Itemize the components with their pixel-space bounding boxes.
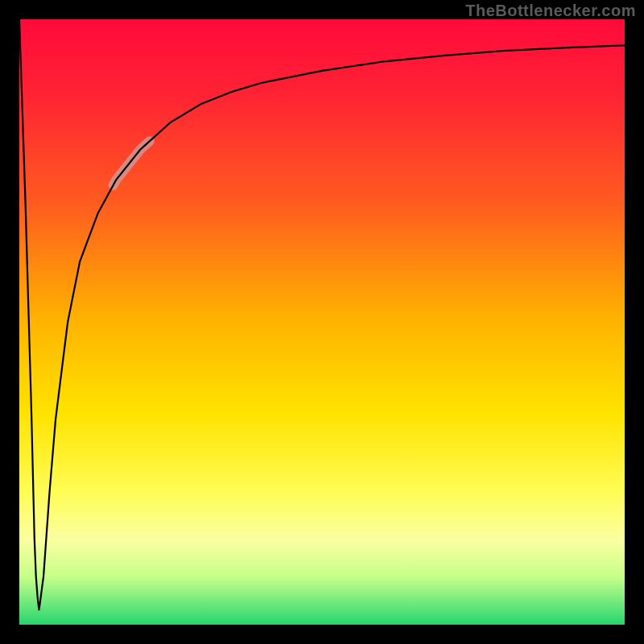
- curve-layer: [19, 19, 625, 625]
- plot-area: [19, 19, 625, 625]
- watermark: TheBottlenecker.com: [465, 2, 636, 20]
- chart-frame: TheBottlenecker.com: [0, 0, 644, 644]
- curve-highlight-segment: [114, 142, 150, 186]
- watermark-text: TheBottlenecker.com: [465, 2, 636, 19]
- bottleneck-curve: [19, 19, 625, 610]
